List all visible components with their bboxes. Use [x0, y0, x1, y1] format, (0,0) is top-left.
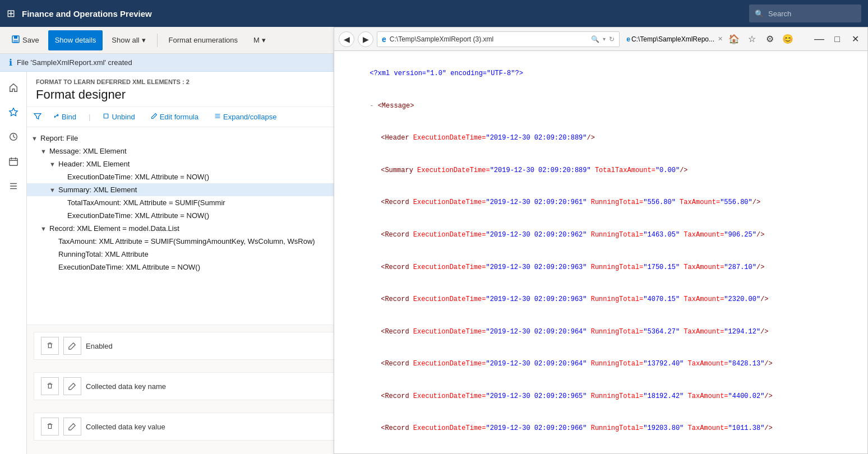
format-title: Format designer: [36, 87, 348, 102]
tree-item-total-tax-amount[interactable]: TotalTaxAmount: XML Attribute = SUMIF(Su…: [27, 196, 357, 209]
format-enumerations-button[interactable]: Format enumerations: [162, 30, 245, 50]
app-title: Finance and Operations Preview: [22, 9, 742, 18]
collapse-icon-summary: ▼: [49, 187, 58, 193]
tree-item-report[interactable]: ▼ Report: File: [27, 132, 357, 145]
field-label-collected-key-name: Collected data key name: [86, 382, 166, 391]
tree-item-record[interactable]: ▼ Record: XML Element = model.Data.List: [27, 222, 357, 235]
address-bar[interactable]: e C:\Temp\SampleXmlReport (3).xml 🔍 ▾ ↻: [377, 31, 620, 47]
more-dropdown-icon: ▾: [262, 36, 266, 44]
back-button[interactable]: ◀: [339, 31, 354, 47]
search-icon: 🔍: [755, 10, 764, 18]
xml-header: <Header ExecutionDateTime="2019-12-30 02…: [345, 122, 856, 155]
top-nav-bar: ⊞ Finance and Operations Preview 🔍: [0, 0, 868, 27]
dropdown-arrow-icon: ▾: [142, 36, 146, 44]
toolbar-separator-1: [157, 34, 158, 47]
tree-item-summary[interactable]: ▼ Summary: XML Element: [27, 183, 357, 196]
expand-icon: [214, 113, 221, 121]
xml-viewer-panel: ◀ ▶ e C:\Temp\SampleXmlReport (3).xml 🔍 …: [334, 27, 868, 454]
edit-key-value-button[interactable]: [63, 418, 81, 436]
dropdown-address-icon[interactable]: ▾: [603, 36, 606, 42]
format-subtitle: FORMAT TO LEARN DEFERRED XML ELEMENTS : …: [36, 78, 348, 85]
search-box[interactable]: 🔍: [749, 4, 861, 22]
collapse-icon-report: ▼: [31, 135, 40, 142]
fav-browser-icon[interactable]: ☆: [744, 31, 760, 47]
svg-rect-4: [9, 159, 17, 166]
delete-enabled-button[interactable]: [41, 337, 59, 355]
field-row-collected-key-value: Collected data key value: [34, 413, 350, 441]
tree-item-tax-amount[interactable]: TaxAmount: XML Attribute = SUMIF(Summing…: [27, 235, 357, 248]
field-label-enabled: Enabled: [86, 342, 113, 350]
tab2-favicon: e: [626, 35, 630, 43]
bind-button[interactable]: Bind: [48, 110, 81, 123]
xml-record-5: <Record ExecutionDateTime="2019-12-30 02…: [345, 316, 856, 349]
field-label-collected-key-value: Collected data key value: [86, 423, 165, 431]
xml-declaration: <?xml version="1.0" encoding="UTF-8"?>: [345, 58, 856, 90]
home-browser-icon[interactable]: 🏠: [726, 31, 742, 47]
svg-rect-5: [104, 114, 109, 118]
sidebar-calendar-icon[interactable]: [2, 150, 25, 173]
save-button[interactable]: Save: [4, 30, 46, 50]
xml-record-1: <Record ExecutionDateTime="2019-12-30 02…: [345, 187, 856, 219]
emoji-browser-icon[interactable]: 😊: [780, 31, 796, 47]
xml-record-9: <Record ExecutionDateTime="2019-12-30 02…: [345, 445, 856, 453]
delete-key-value-button[interactable]: [41, 418, 59, 436]
refresh-icon[interactable]: ↻: [609, 35, 615, 43]
bind-icon: [53, 113, 59, 121]
format-header: FORMAT TO LEARN DEFERRED XML ELEMENTS : …: [27, 72, 357, 107]
ie-address-icon: e: [382, 35, 386, 44]
more-button[interactable]: M ▾: [247, 30, 273, 50]
xml-record-3: <Record ExecutionDateTime="2019-12-30 02…: [345, 251, 856, 284]
tab2-title: C:\Temp\SampleXmlRepo...: [631, 35, 714, 43]
minimize-window-button[interactable]: —: [811, 31, 827, 47]
forward-button[interactable]: ▶: [358, 31, 373, 47]
sidebar-clock-icon[interactable]: [2, 126, 25, 148]
unbind-button[interactable]: Unbind: [98, 110, 139, 123]
maximize-window-button[interactable]: □: [829, 31, 845, 47]
tree-item-header[interactable]: ▼ Header: XML Element: [27, 157, 357, 170]
action-bar: Bind | Unbind Edit formula Expand/collap…: [27, 107, 357, 127]
save-icon: [11, 35, 20, 45]
xml-record-8: <Record ExecutionDateTime="2019-12-30 02…: [345, 413, 856, 445]
collapse-icon-header: ▼: [49, 161, 58, 168]
xml-content: <?xml version="1.0" encoding="UTF-8"?> -…: [334, 51, 867, 453]
show-details-button[interactable]: Show details: [48, 30, 103, 50]
address-text: C:\Temp\SampleXmlReport (3).xml: [390, 35, 588, 43]
xml-record-7: <Record ExecutionDateTime="2019-12-30 02…: [345, 381, 856, 413]
expand-collapse-button[interactable]: Expand/collapse: [210, 110, 281, 123]
app-grid-icon[interactable]: ⊞: [7, 7, 15, 20]
edit-formula-button[interactable]: Edit formula: [146, 110, 203, 123]
format-designer-panel: FORMAT TO LEARN DEFERRED XML ELEMENTS : …: [27, 72, 358, 454]
field-row-enabled: Enabled: [34, 332, 350, 360]
sidebar-home-icon[interactable]: [2, 76, 25, 99]
left-sidebar: [0, 72, 27, 454]
svg-rect-1: [14, 36, 17, 39]
info-icon: ℹ: [9, 57, 12, 68]
close-window-button[interactable]: ✕: [847, 31, 863, 47]
edit-enabled-button[interactable]: [63, 337, 81, 355]
filter-icon[interactable]: [34, 112, 41, 122]
settings-browser-icon[interactable]: ⚙: [762, 31, 778, 47]
xml-message-open: - <Message>: [345, 90, 856, 123]
delete-key-name-button[interactable]: [41, 377, 59, 395]
edit-key-name-button[interactable]: [63, 377, 81, 395]
tree-item-execution-datetime-3[interactable]: ExecutionDateTime: XML Attribute = NOW(): [27, 261, 357, 274]
collapse-icon-message: ▼: [40, 148, 49, 155]
tree-item-execution-datetime[interactable]: ExecutionDateTime: XML Attribute = NOW(): [27, 170, 357, 183]
pencil-icon: [151, 113, 158, 121]
show-all-button[interactable]: Show all ▾: [105, 30, 152, 50]
tree-item-message[interactable]: ▼ Message: XML Element: [27, 145, 357, 157]
tree-item-running-total[interactable]: RunningTotal: XML Attribute: [27, 248, 357, 261]
search-address-icon[interactable]: 🔍: [591, 35, 599, 43]
xml-record-6: <Record ExecutionDateTime="2019-12-30 02…: [345, 348, 856, 381]
tab2-close-icon[interactable]: ✕: [718, 35, 723, 43]
collapse-icon-record: ▼: [40, 225, 49, 232]
notification-message: File 'SampleXmlReport.xml' created: [17, 58, 132, 67]
tree-container: ▼ Report: File ▼ Message: XML Element ▼ …: [27, 127, 357, 325]
xml-summary: <Summary ExecutionDateTime="2019-12-30 0…: [345, 155, 856, 187]
field-row-collected-key-name: Collected data key name: [34, 372, 350, 400]
search-input[interactable]: [768, 10, 847, 18]
sidebar-list-icon[interactable]: [2, 175, 25, 197]
sidebar-star-icon[interactable]: [2, 101, 25, 123]
unbind-icon: [103, 113, 109, 121]
tree-item-execution-datetime-2[interactable]: ExecutionDateTime: XML Attribute = NOW(): [27, 209, 357, 222]
